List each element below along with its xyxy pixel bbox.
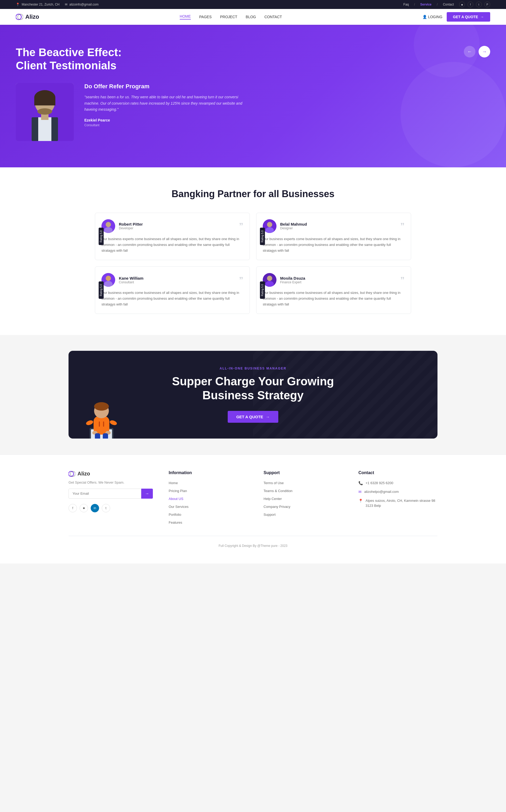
nav-right: 👤 LOGING GET A QUOTE → (422, 12, 490, 22)
rating-badge: Rating 5.0 (260, 228, 265, 245)
testimonial-text: Our business experts come businesses of … (101, 290, 243, 307)
support-heading: Support (264, 470, 343, 475)
svg-point-17 (106, 276, 111, 281)
info-about-link[interactable]: About US (169, 497, 183, 501)
support-support-link[interactable]: Support (264, 513, 276, 517)
hero-title: The Beactive Effect: Client Testimonials (16, 46, 490, 73)
person-name: Robert Pitter (119, 222, 235, 227)
testimonial-item: Rating 5.0 Kane William Consultant ” Our… (95, 266, 250, 314)
twitter-social-icon[interactable]: t (102, 504, 110, 512)
person-role: Consultant (119, 280, 235, 284)
arrow-icon: → (266, 415, 270, 419)
get-quote-button[interactable]: GET A QUOTE → (447, 12, 490, 22)
cta-section: // Generate hex grid visually via CSS AL… (0, 335, 506, 454)
svg-point-9 (37, 108, 52, 115)
info-services-link[interactable]: Our Services (169, 505, 188, 509)
svg-rect-7 (38, 117, 52, 141)
svg-rect-5 (34, 97, 55, 105)
nav-contact[interactable]: CONTACT (264, 15, 282, 19)
quote-icon: ” (400, 221, 405, 231)
contact-link[interactable]: Contact (443, 3, 454, 6)
prev-testimonial-button[interactable]: ← (464, 46, 476, 58)
section-title: Bangking Partner for all Businesses (16, 188, 490, 199)
next-testimonial-button[interactable]: → (479, 46, 490, 58)
support-links: Terms of Use Tearns & Condition Help Cen… (264, 480, 343, 517)
facebook-icon[interactable]: f (468, 2, 473, 7)
testimonial-item: Rating 5.0 Mosila Dsuza Finance Expert ”… (256, 266, 411, 314)
logo: Alizo (16, 13, 39, 20)
footer-logo-icon (69, 470, 75, 477)
nav-pages[interactable]: PAGES (199, 15, 212, 19)
email-input[interactable] (69, 488, 141, 499)
location-icon: 📍 (358, 499, 363, 503)
svg-point-30 (109, 420, 117, 426)
person-info: Belal Mahmud Designer (280, 222, 397, 230)
testimonial-author: Ezekiel Pearce (84, 118, 253, 122)
location-text: 📍 Manchester 21, Zurich, CH (16, 3, 60, 6)
info-pricing-link[interactable]: Pricing Plan (169, 489, 187, 493)
footer-tagline: Get Special Offers. We Never Spam. (69, 480, 153, 484)
testimonial-text: Our business experts come businesses of … (263, 290, 405, 307)
contact-heading: Contact (358, 470, 437, 475)
instagram-icon[interactable]: ■ (459, 2, 465, 7)
person-name: Kane William (119, 276, 235, 280)
navbar: Alizo HOME PAGES PROJECT BLOG CONTACT 👤 … (0, 9, 506, 25)
support-help-link[interactable]: Help Center (264, 497, 282, 501)
card-header: Robert Pitter Developer ” (101, 219, 243, 233)
card-header: Belal Mahmud Designer ” (263, 219, 405, 233)
footer-brand: Alizo Get Special Offers. We Never Spam.… (69, 470, 153, 528)
address-contact: 📍 Alpes suizos, Airolo, CH, Kammein stra… (358, 498, 437, 509)
rating-badge: Rating 5.0 (99, 228, 103, 245)
testimonials-hero: The Beactive Effect: Client Testimonials… (0, 25, 506, 167)
person-role: Finance Expert (280, 280, 397, 284)
testimonial-text: Our business experts come businesses of … (263, 236, 405, 254)
svg-point-14 (267, 222, 272, 227)
card-header: Mosila Dsuza Finance Expert ” (263, 273, 405, 287)
support-tearns-link[interactable]: Tearns & Condition (264, 489, 292, 493)
person-name: Mosila Dsuza (280, 276, 397, 280)
info-features-link[interactable]: Features (169, 521, 182, 525)
service-link[interactable]: Service (420, 3, 432, 6)
footer-socials: f ■ in t (69, 504, 153, 512)
svg-rect-27 (99, 422, 100, 427)
cta-get-quote-button[interactable]: GET A QUOTE → (228, 411, 278, 423)
arrow-icon: → (480, 15, 484, 19)
person-name: Belal Mahmud (280, 222, 397, 227)
info-home-link[interactable]: Home (169, 481, 178, 485)
testimonial-image (16, 83, 74, 141)
svg-point-20 (267, 276, 272, 281)
partners-section: Bangking Partner for all Businesses Rati… (0, 167, 506, 335)
linkedin-social-icon[interactable]: in (91, 504, 99, 512)
svg-rect-34 (103, 433, 108, 439)
nav-home[interactable]: HOME (180, 14, 191, 19)
nav-project[interactable]: PROJECT (220, 15, 237, 19)
info-portfolio-link[interactable]: Portfolio (169, 513, 181, 517)
testimonial-role: Consultant (84, 123, 253, 127)
person-info: Robert Pitter Developer (119, 222, 235, 230)
instagram-social-icon[interactable]: ■ (80, 504, 88, 512)
pinterest-icon[interactable]: P (484, 2, 490, 7)
facebook-social-icon[interactable]: f (69, 504, 77, 512)
nav-links: HOME PAGES PROJECT BLOG CONTACT (180, 14, 282, 19)
quote-icon: ” (239, 221, 243, 231)
support-privacy-link[interactable]: Company Privacy (264, 505, 290, 509)
social-icons: ■ f t P (459, 2, 490, 7)
svg-rect-33 (95, 433, 100, 439)
svg-point-26 (94, 402, 109, 411)
email-contact: ✉ alizohelpo@gmail.com (358, 489, 437, 494)
testimonial-card-title: Do Offer Refer Program (84, 83, 253, 90)
phone-icon: 📞 (358, 481, 363, 485)
svg-rect-28 (103, 422, 104, 427)
cta-character (84, 396, 116, 439)
quote-icon: ” (400, 275, 405, 285)
top-bar-left: 📍 Manchester 21, Zurich, CH ✉ alizoinfo@… (16, 3, 99, 6)
support-terms-link[interactable]: Terms of Use (264, 481, 284, 485)
quote-icon: ” (239, 275, 243, 285)
email-submit-button[interactable]: → (141, 488, 153, 499)
twitter-icon[interactable]: t (476, 2, 482, 7)
faq-link[interactable]: Faq (404, 3, 409, 6)
contact-email: alizohelpo@gmail.com (364, 489, 399, 494)
login-button[interactable]: 👤 LOGING (422, 15, 442, 19)
footer-copyright: Full Copyright & Design By @Theme pure -… (69, 536, 437, 548)
nav-blog[interactable]: BLOG (246, 15, 256, 19)
